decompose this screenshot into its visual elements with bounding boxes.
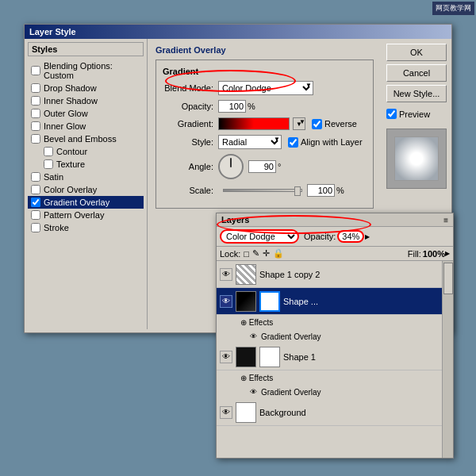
scale-slider[interactable] bbox=[223, 189, 302, 192]
preview-checkbox[interactable] bbox=[386, 109, 397, 119]
satin-label: Satin bbox=[44, 172, 63, 182]
effects-gradient-overlay-selected[interactable]: 👁 Gradient Overlay bbox=[217, 329, 453, 344]
outer-glow-checkbox[interactable] bbox=[31, 109, 40, 118]
style-item-inner-shadow[interactable]: Inner Shadow bbox=[28, 94, 144, 107]
layers-scrollbar[interactable] bbox=[442, 261, 453, 458]
gradient-subtitle: Gradient bbox=[163, 67, 367, 76]
style-item-drop-shadow[interactable]: Drop Shadow bbox=[28, 82, 144, 94]
blending-options-checkbox[interactable] bbox=[31, 66, 40, 75]
style-row: Style: Radial Align with Layer bbox=[163, 135, 367, 149]
eye-icon-shape1copy2[interactable]: 👁 bbox=[220, 268, 232, 281]
angle-input[interactable] bbox=[248, 160, 276, 173]
layer-row-background[interactable]: 👁 Background 🔒 bbox=[217, 399, 453, 426]
layer-row-shape-selected[interactable]: 👁 Shape ... bbox=[217, 288, 453, 315]
gradient-row: Gradient: ▼ Reverse bbox=[163, 117, 367, 130]
gradient-preview-bar[interactable] bbox=[218, 117, 290, 130]
style-item-inner-glow[interactable]: Inner Glow bbox=[28, 120, 144, 132]
pattern-overlay-label: Pattern Overlay bbox=[44, 210, 104, 220]
gradient-dropdown-wrapper: ▼ bbox=[293, 117, 307, 130]
effects-label-selected: ⊕ Effects bbox=[240, 318, 273, 327]
layers-blend-mode-select[interactable]: Color Dodge bbox=[220, 229, 299, 244]
style-label: Style: bbox=[163, 137, 218, 147]
thumbnail-content bbox=[236, 265, 255, 284]
satin-checkbox[interactable] bbox=[31, 172, 40, 182]
style-item-bevel-emboss[interactable]: Bevel and Emboss bbox=[28, 132, 144, 145]
inner-shadow-checkbox[interactable] bbox=[31, 96, 40, 106]
fill-arrow: ▶ bbox=[445, 250, 450, 257]
lock-position-icon[interactable]: ✎ bbox=[252, 248, 259, 259]
style-item-pattern-overlay[interactable]: Pattern Overlay bbox=[28, 209, 144, 221]
layer-name-shape1: Shape 1 bbox=[283, 352, 440, 362]
ok-button[interactable]: OK bbox=[386, 44, 447, 61]
style-item-texture[interactable]: Texture bbox=[28, 158, 144, 171]
scroll-thumb[interactable] bbox=[443, 263, 453, 294]
eye-icon-shape1[interactable]: 👁 bbox=[220, 351, 232, 363]
color-overlay-label: Color Overlay bbox=[44, 185, 97, 194]
layer-row-shape1copy2[interactable]: 👁 Shape 1 copy 2 bbox=[217, 261, 453, 288]
lock-move-icon[interactable]: ✛ bbox=[263, 248, 270, 259]
preview-label: Preview bbox=[399, 109, 430, 119]
scale-input[interactable] bbox=[307, 184, 335, 197]
fill-section: Fill: 100% ▶ bbox=[408, 249, 450, 259]
texture-label: Texture bbox=[56, 159, 85, 169]
gradient-box: Gradient Blend Mode: Color Dodge Opacity… bbox=[155, 60, 374, 209]
fill-value: 100% bbox=[423, 249, 445, 259]
pattern-overlay-checkbox[interactable] bbox=[31, 210, 40, 220]
gradient-dropdown-btn[interactable]: ▼ bbox=[293, 117, 305, 130]
effects-gradient-overlay-shape1[interactable]: 👁 Gradient Overlay bbox=[217, 385, 453, 399]
contour-checkbox[interactable] bbox=[44, 147, 53, 156]
effects-row-shape1: ⊕ Effects bbox=[217, 370, 453, 385]
contour-label: Contour bbox=[56, 147, 87, 156]
outer-glow-label: Outer Glow bbox=[44, 109, 88, 118]
bevel-emboss-label: Bevel and Emboss bbox=[44, 134, 117, 144]
align-layer-checkbox[interactable] bbox=[288, 137, 298, 148]
stroke-checkbox[interactable] bbox=[31, 223, 40, 232]
layers-panel-title: Layers bbox=[221, 215, 249, 225]
eye-icon-shape-selected[interactable]: 👁 bbox=[220, 295, 232, 308]
layer-name-shape1copy2: Shape 1 copy 2 bbox=[259, 270, 450, 279]
thumbnail-dark-content bbox=[236, 292, 255, 311]
color-overlay-checkbox[interactable] bbox=[31, 185, 40, 194]
reverse-label: Reverse bbox=[324, 119, 357, 129]
reverse-checkbox[interactable] bbox=[312, 119, 322, 129]
effect-name-gradient-overlay-selected: Gradient Overlay bbox=[261, 332, 321, 341]
new-style-label: New Style... bbox=[393, 89, 440, 98]
bevel-emboss-checkbox[interactable] bbox=[31, 134, 40, 144]
inner-shadow-label: Inner Shadow bbox=[44, 96, 98, 106]
angle-unit: ° bbox=[278, 162, 281, 171]
layers-mode-bar: Color Dodge Opacity: ▶ bbox=[217, 227, 453, 247]
style-item-outer-glow[interactable]: Outer Glow bbox=[28, 107, 144, 120]
style-item-gradient-overlay[interactable]: Gradient Overlay bbox=[28, 196, 144, 209]
drop-shadow-checkbox[interactable] bbox=[31, 83, 40, 93]
thumbnail-shape1copy2 bbox=[236, 264, 256, 285]
effect-eye-icon[interactable]: 👁 bbox=[248, 332, 258, 341]
style-select[interactable]: Radial bbox=[218, 135, 282, 149]
layers-lock-bar: Lock: □ ✎ ✛ 🔒 Fill: 100% ▶ bbox=[217, 247, 453, 261]
effect-eye-shape1[interactable]: 👁 bbox=[248, 387, 258, 397]
style-item-satin[interactable]: Satin bbox=[28, 171, 144, 183]
preview-check-container: Preview bbox=[386, 109, 447, 119]
angle-dial[interactable] bbox=[218, 154, 244, 179]
lock-transparent-icon[interactable]: □ bbox=[244, 249, 249, 259]
eye-icon-background[interactable]: 👁 bbox=[220, 406, 232, 419]
preview-box bbox=[386, 129, 447, 189]
gradient-overlay-checkbox[interactable] bbox=[31, 198, 40, 207]
style-item-color-overlay[interactable]: Color Overlay bbox=[28, 183, 144, 196]
layer-row-shape1[interactable]: 👁 Shape 1 fx bbox=[217, 344, 453, 370]
cancel-button[interactable]: Cancel bbox=[386, 64, 447, 82]
lock-all-icon[interactable]: 🔒 bbox=[273, 248, 284, 259]
scale-unit: % bbox=[336, 186, 344, 195]
new-style-button[interactable]: New Style... bbox=[386, 85, 447, 102]
blend-mode-select[interactable]: Color Dodge bbox=[218, 81, 313, 95]
opacity-input[interactable] bbox=[218, 100, 246, 113]
fill-label: Fill: bbox=[408, 249, 421, 259]
layers-header-icons: ≡ bbox=[443, 216, 448, 225]
style-item-stroke[interactable]: Stroke bbox=[28, 221, 144, 234]
style-item-contour[interactable]: Contour bbox=[28, 145, 144, 158]
layers-opacity-input[interactable] bbox=[337, 230, 364, 243]
inner-glow-checkbox[interactable] bbox=[31, 121, 40, 131]
style-item-blending-options[interactable]: Blending Options: Custom bbox=[28, 60, 144, 82]
layer-mask-shape1 bbox=[259, 347, 280, 367]
inner-glow-label: Inner Glow bbox=[44, 121, 86, 131]
texture-checkbox[interactable] bbox=[44, 159, 53, 169]
